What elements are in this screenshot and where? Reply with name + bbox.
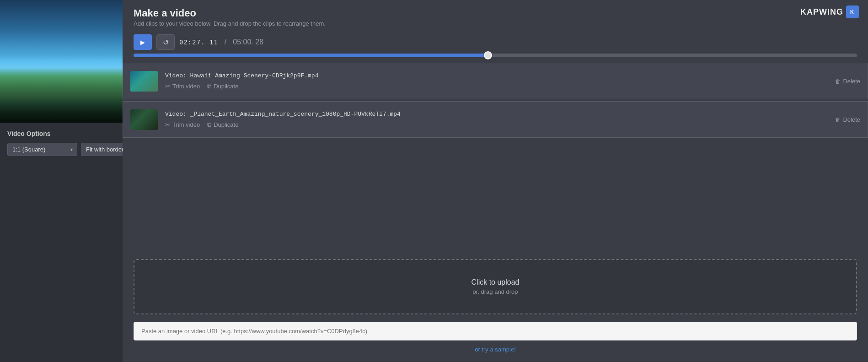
scissors-icon-1 bbox=[165, 83, 170, 90]
trim-video-button-1[interactable]: Trim video bbox=[165, 83, 200, 90]
clip-info-2: Video: _Planet_Earth_Amazing_nature_scen… bbox=[165, 111, 860, 129]
duplicate-button-1[interactable]: Duplicate bbox=[207, 83, 238, 90]
top-bar: Make a video Add clips to your video bel… bbox=[123, 0, 868, 31]
play-button[interactable] bbox=[134, 34, 152, 50]
page-title-area: Make a video Add clips to your video bel… bbox=[134, 7, 326, 27]
video-options-panel: Video Options 1:1 (Square) 16:9 (Landsca… bbox=[0, 123, 123, 163]
upload-sub-text: or, drag and drop bbox=[153, 288, 838, 295]
brand-area: KAPWING K bbox=[800, 5, 859, 18]
current-time: 02:27. 11 bbox=[179, 38, 218, 46]
clip-thumb-image-2 bbox=[130, 109, 158, 130]
copy-icon-2 bbox=[207, 121, 211, 129]
video-options-title: Video Options bbox=[7, 130, 115, 137]
copy-icon-1 bbox=[207, 83, 211, 90]
clip-actions-1: Trim video Duplicate bbox=[165, 83, 860, 90]
brand-icon: K bbox=[846, 5, 859, 18]
options-row: 1:1 (Square) 16:9 (Landscape) 9:16 (Port… bbox=[7, 143, 115, 156]
delete-button-2[interactable]: Delete bbox=[835, 116, 860, 123]
upload-main-text: Click to upload bbox=[153, 278, 838, 286]
total-time: 05:00. 28 bbox=[233, 38, 263, 46]
upload-drop-zone[interactable]: Click to upload or, drag and drop bbox=[134, 259, 857, 314]
main-content: Make a video Add clips to your video bel… bbox=[123, 0, 868, 362]
progress-bar[interactable] bbox=[134, 54, 857, 57]
time-separator: / bbox=[225, 38, 226, 46]
sidebar: Video Options 1:1 (Square) 16:9 (Landsca… bbox=[0, 0, 123, 362]
preview-frame bbox=[0, 0, 123, 123]
upload-section: Click to upload or, drag and drop or try… bbox=[123, 250, 868, 362]
trash-icon-1 bbox=[835, 78, 841, 85]
clip-thumb-image-1 bbox=[130, 71, 158, 92]
url-input[interactable] bbox=[134, 322, 857, 340]
duplicate-button-2[interactable]: Duplicate bbox=[207, 121, 238, 129]
brand-icon-svg: K bbox=[848, 8, 857, 16]
sample-link[interactable]: or try a sample! bbox=[134, 346, 857, 353]
clip-thumbnail-2 bbox=[130, 109, 158, 130]
scissors-icon-2 bbox=[165, 121, 170, 128]
table-row: Video: Hawaii_Amazing_Scenery-CDRjk2p9F.… bbox=[123, 63, 868, 99]
clip-thumbnail-1 bbox=[130, 71, 158, 92]
aspect-ratio-dropdown-wrapper: 1:1 (Square) 16:9 (Landscape) 9:16 (Port… bbox=[7, 143, 77, 156]
trash-icon-2 bbox=[835, 116, 841, 123]
url-input-container bbox=[134, 322, 857, 340]
playback-area: ↺ 02:27. 11 / 05:00. 28 bbox=[123, 31, 868, 61]
brand-name: KAPWING bbox=[800, 7, 843, 17]
clip-actions-2: Trim video Duplicate bbox=[165, 121, 860, 129]
reset-button[interactable]: ↺ bbox=[156, 34, 175, 50]
aspect-ratio-dropdown[interactable]: 1:1 (Square) 16:9 (Landscape) 9:16 (Port… bbox=[7, 143, 77, 156]
video-preview bbox=[0, 0, 123, 123]
clip-info-1: Video: Hawaii_Amazing_Scenery-CDRjk2p9F.… bbox=[165, 72, 860, 90]
delete-button-1[interactable]: Delete bbox=[835, 78, 860, 85]
brand-logo: KAPWING K bbox=[800, 5, 859, 18]
playback-controls: ↺ 02:27. 11 / 05:00. 28 bbox=[134, 34, 857, 50]
trim-video-button-2[interactable]: Trim video bbox=[165, 121, 200, 128]
clip-title-1: Video: Hawaii_Amazing_Scenery-CDRjk2p9F.… bbox=[165, 72, 860, 79]
progress-thumb[interactable] bbox=[484, 51, 492, 59]
page-title: Make a video bbox=[134, 7, 326, 19]
svg-text:K: K bbox=[850, 9, 854, 15]
page-subtitle: Add clips to your video below. Drag and … bbox=[134, 20, 326, 27]
table-row: Video: _Planet_Earth_Amazing_nature_scen… bbox=[123, 101, 868, 138]
progress-fill bbox=[134, 54, 488, 57]
clips-area: Video: Hawaii_Amazing_Scenery-CDRjk2p9F.… bbox=[123, 61, 868, 250]
clip-title-2: Video: _Planet_Earth_Amazing_nature_scen… bbox=[165, 111, 860, 118]
